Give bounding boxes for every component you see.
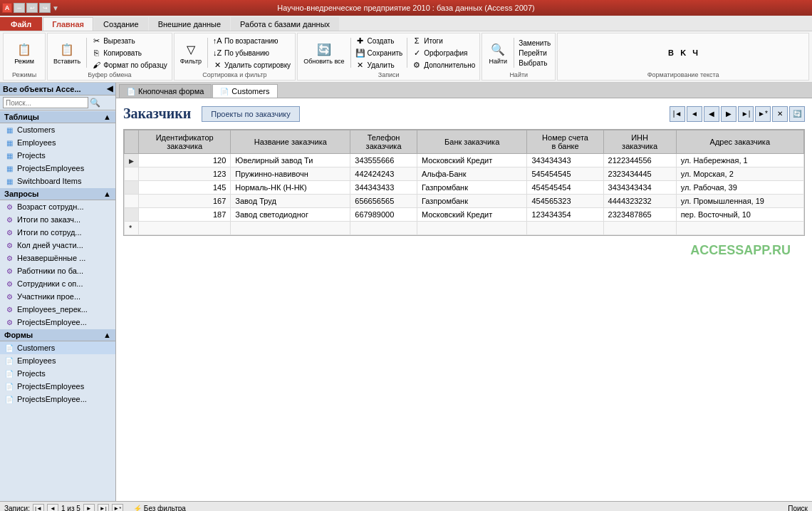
- nav-last-button[interactable]: ►|: [738, 106, 754, 122]
- refresh-button[interactable]: 🔄 Обновить все: [301, 38, 347, 67]
- paste-button[interactable]: 📋 Вставить: [51, 38, 83, 67]
- select-button[interactable]: Выбрать: [517, 58, 552, 68]
- nav-item-customers-form[interactable]: 📄 Customers: [0, 341, 115, 354]
- nav-item-switchboard-table[interactable]: ▦ Switchboard Items: [0, 175, 115, 187]
- projects-by-customer-button[interactable]: Проекты по заказчику: [202, 106, 300, 122]
- totals-icon: Σ: [412, 36, 422, 46]
- cell-inn-1: 2323434445: [603, 167, 676, 181]
- totals-button[interactable]: Σ Итоги: [410, 35, 477, 46]
- nav-new-button[interactable]: ►*: [755, 106, 771, 122]
- status-first-btn[interactable]: |◄: [33, 504, 44, 512]
- nav-item-query-5[interactable]: ⚙ Работники по ба...: [0, 264, 115, 277]
- undo-btn[interactable]: ↩: [26, 3, 38, 13]
- search-icon[interactable]: 🔍: [90, 98, 100, 108]
- cell-name-3: Завод Труд: [231, 195, 350, 208]
- nav-item-query-8[interactable]: ⚙ Employees_перек...: [0, 303, 115, 316]
- nav-item-query-4[interactable]: ⚙ Незавершённые ...: [0, 252, 115, 264]
- nav-section-tables[interactable]: Таблицы ▲: [0, 111, 115, 123]
- nav-header[interactable]: Все объекты Acce... ◀: [0, 83, 115, 96]
- nav-prev-button[interactable]: ◄: [687, 106, 702, 122]
- data-table-wrapper: Идентификаторзаказчика Название заказчик…: [123, 129, 805, 236]
- col-header-account: Номер счетав банке: [527, 130, 603, 154]
- replace-label: Заменить: [519, 39, 551, 47]
- search-input[interactable]: [3, 97, 88, 108]
- copy-button[interactable]: ⎘ Копировать: [90, 47, 169, 58]
- form-icon-customers: 📄: [4, 343, 14, 353]
- goto-button[interactable]: Перейти: [517, 48, 552, 58]
- nav-item-projects-form[interactable]: 📄 Projects: [0, 367, 115, 380]
- table-row[interactable]: ▶ 120 Ювелирный завод Ти 343555666 Моско…: [125, 154, 804, 167]
- tab-external[interactable]: Внешние данные: [149, 17, 230, 31]
- nav-delete-button[interactable]: ✕: [772, 106, 788, 122]
- nav-item-query-2[interactable]: ⚙ Итоги по сотруд...: [0, 226, 115, 239]
- cell-account-3: 454565323: [527, 195, 603, 208]
- find-button[interactable]: 🔍 Найти: [485, 38, 511, 67]
- nav-item-projectsemployees-table[interactable]: ▦ ProjectsEmployees: [0, 162, 115, 175]
- nav-item-projectsemployees-form[interactable]: 📄 ProjectsEmployees: [0, 380, 115, 393]
- format-button[interactable]: 🖌 Формат по образцу: [90, 59, 169, 71]
- nav-back-button[interactable]: ◀: [704, 106, 719, 122]
- nav-section-forms[interactable]: Формы ▲: [0, 329, 115, 341]
- ribbon-group-clipboard: 📋 Вставить ✂ Вырезать ⎘ Копировать 🖌: [47, 33, 172, 81]
- nav-item-query-3[interactable]: ⚙ Кол дней участи...: [0, 239, 115, 252]
- nav-header-text: Все объекты Acce...: [3, 85, 81, 93]
- nav-item-customers-table-label: Customers: [17, 125, 55, 134]
- modes-group-label: Режимы: [12, 71, 36, 78]
- status-next-btn[interactable]: ►: [83, 504, 95, 512]
- redo-btn[interactable]: ↪: [39, 3, 51, 13]
- tab-home[interactable]: Главная: [43, 17, 93, 31]
- cell-inn-4: 2323487865: [603, 208, 676, 222]
- main-layout: Все объекты Acce... ◀ 🔍 Таблицы ▲ ▦ Cust…: [0, 83, 812, 501]
- remove-sort-button[interactable]: ✕ Удалить сортировку: [211, 59, 292, 71]
- table-row[interactable]: 187 Завод светодиодног 667989000 Московс…: [125, 208, 804, 222]
- save-record-button[interactable]: 💾 Сохранить: [354, 47, 405, 58]
- spelling-button[interactable]: ✓ Орфография: [410, 47, 477, 58]
- sort-desc-button[interactable]: ↓Z По убыванию: [211, 47, 292, 58]
- doc-tab-switchboard[interactable]: 📄 Кнопочная форма: [119, 84, 212, 98]
- mode-label: Режим: [14, 58, 34, 65]
- status-last-btn[interactable]: ►|: [98, 504, 109, 512]
- nav-item-query-9[interactable]: ⚙ ProjectsEmployee...: [0, 316, 115, 329]
- tab-file[interactable]: Файл: [0, 17, 42, 31]
- nav-refresh-button[interactable]: 🔄: [789, 106, 805, 122]
- nav-item-query-7[interactable]: ⚙ Участники прое...: [0, 290, 115, 303]
- replace-button[interactable]: Заменить: [517, 38, 552, 48]
- nav-item-employees-form[interactable]: 📄 Employees: [0, 354, 115, 367]
- nav-item-query-1[interactable]: ⚙ Итоги по заказч...: [0, 213, 115, 226]
- filter-icon: ▽: [182, 41, 199, 58]
- nav-first-button[interactable]: |◄: [670, 106, 685, 122]
- minimize-btn[interactable]: ─: [14, 3, 25, 13]
- nav-item-query-0[interactable]: ⚙ Возраст сотрудн...: [0, 200, 115, 213]
- cell-bank-2: Газпромбанк: [417, 181, 527, 195]
- status-prev-btn[interactable]: ◄: [47, 504, 58, 512]
- create-record-label: Создать: [368, 37, 395, 45]
- nav-forward-button[interactable]: ▶: [721, 106, 736, 122]
- tab-create[interactable]: Создание: [94, 17, 148, 31]
- sort-asc-button[interactable]: ↑A По возрастанию: [211, 35, 292, 46]
- more-button[interactable]: ⚙ Дополнительно: [410, 59, 477, 71]
- tab-db[interactable]: Работа с базами данных: [231, 17, 339, 31]
- col-header-phone: Телефонзаказчика: [350, 130, 417, 154]
- filter-button[interactable]: ▽ Фильтр: [177, 38, 204, 67]
- table-new-row[interactable]: *: [125, 222, 804, 235]
- ribbon: Файл Главная Создание Внешние данные Раб…: [0, 16, 812, 83]
- table-row[interactable]: 145 Нормаль-НК (Н-НК) 344343433 Газпромб…: [125, 181, 804, 195]
- nav-section-queries[interactable]: Запросы ▲: [0, 188, 115, 200]
- table-row[interactable]: 167 Завод Труд 656656565 Газпромбанк 454…: [125, 195, 804, 208]
- cut-label: Вырезать: [103, 37, 135, 45]
- status-new-btn[interactable]: ►*: [112, 504, 123, 512]
- nav-item-projectsemployee2-form[interactable]: 📄 ProjectsEmployee...: [0, 393, 115, 406]
- nav-item-query-6[interactable]: ⚙ Сотрудники с оп...: [0, 277, 115, 290]
- nav-item-query-8-label: Employees_перек...: [17, 305, 88, 314]
- nav-item-query-2-label: Итоги по сотруд...: [17, 228, 82, 237]
- quick-access-sep: ▼: [52, 4, 59, 12]
- delete-record-button[interactable]: ✕ Удалить: [354, 59, 405, 71]
- cut-button[interactable]: ✂ Вырезать: [90, 35, 169, 46]
- create-record-button[interactable]: ✚ Создать: [354, 35, 405, 46]
- table-row[interactable]: 123 Пружинно-навивочн 442424243 Альфа-Ба…: [125, 167, 804, 181]
- doc-tab-customers[interactable]: 📄 Customers: [212, 84, 277, 98]
- nav-item-projects-table[interactable]: ▦ Projects: [0, 149, 115, 162]
- nav-item-employees-table[interactable]: ▦ Employees: [0, 136, 115, 149]
- nav-item-customers-table[interactable]: ▦ Customers: [0, 123, 115, 136]
- mode-button[interactable]: 📋 Режим: [11, 38, 37, 67]
